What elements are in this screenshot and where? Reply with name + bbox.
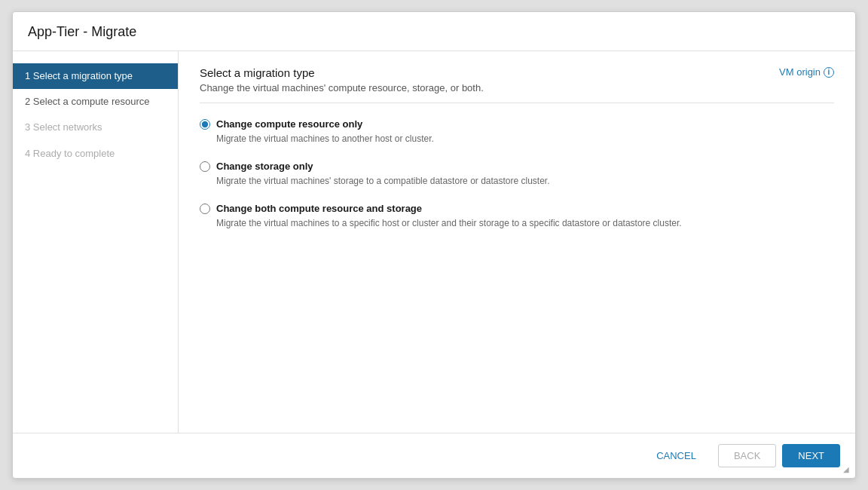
option-compute-description: Migrate the virtual machines to another …: [216, 132, 834, 145]
option-storage-item: Change storage only Migrate the virtual …: [200, 161, 834, 188]
dialog-title: App-Tier - Migrate: [13, 12, 855, 51]
resize-handle: ◢: [843, 466, 852, 475]
option-storage-row: Change storage only: [200, 161, 834, 172]
next-button[interactable]: NEXT: [782, 444, 840, 467]
content-header: Select a migration type Change the virtu…: [200, 66, 834, 103]
step-3: 3 Select networks: [13, 115, 178, 140]
option-compute-item: Change compute resource only Migrate the…: [200, 118, 834, 145]
option-both-radio[interactable]: [200, 204, 210, 214]
content-header-left: Select a migration type Change the virtu…: [200, 66, 484, 93]
dialog-footer: CANCEL BACK NEXT: [13, 433, 855, 478]
option-storage-description: Migrate the virtual machines' storage to…: [216, 174, 834, 188]
step-4: 4 Ready to complete: [13, 141, 178, 167]
option-storage-label[interactable]: Change storage only: [216, 161, 313, 172]
option-compute-row: Change compute resource only: [200, 118, 834, 130]
options-list: Change compute resource only Migrate the…: [200, 118, 834, 230]
option-both-item: Change both compute resource and storage…: [200, 203, 834, 230]
info-icon: i: [824, 67, 834, 78]
step-1[interactable]: 1 Select a migration type: [13, 63, 178, 89]
migrate-dialog: App-Tier - Migrate 1 Select a migration …: [12, 11, 856, 479]
dialog-body: 1 Select a migration type 2 Select a com…: [13, 51, 855, 433]
option-both-row: Change both compute resource and storage: [200, 203, 834, 214]
option-both-description: Migrate the virtual machines to a specif…: [216, 216, 834, 230]
back-button[interactable]: BACK: [718, 444, 776, 467]
section-title: Select a migration type: [200, 66, 484, 79]
main-content: Select a migration type Change the virtu…: [179, 51, 855, 433]
cancel-button[interactable]: CANCEL: [640, 444, 712, 467]
step-2[interactable]: 2 Select a compute resource: [13, 89, 178, 115]
option-compute-label[interactable]: Change compute resource only: [216, 118, 362, 130]
vm-origin-link[interactable]: VM origin i: [779, 66, 834, 78]
option-both-label[interactable]: Change both compute resource and storage: [216, 203, 422, 214]
option-storage-radio[interactable]: [200, 161, 210, 172]
section-subtitle: Change the virtual machines' compute res…: [200, 82, 484, 93]
option-compute-radio[interactable]: [200, 119, 210, 130]
steps-panel: 1 Select a migration type 2 Select a com…: [13, 51, 179, 433]
